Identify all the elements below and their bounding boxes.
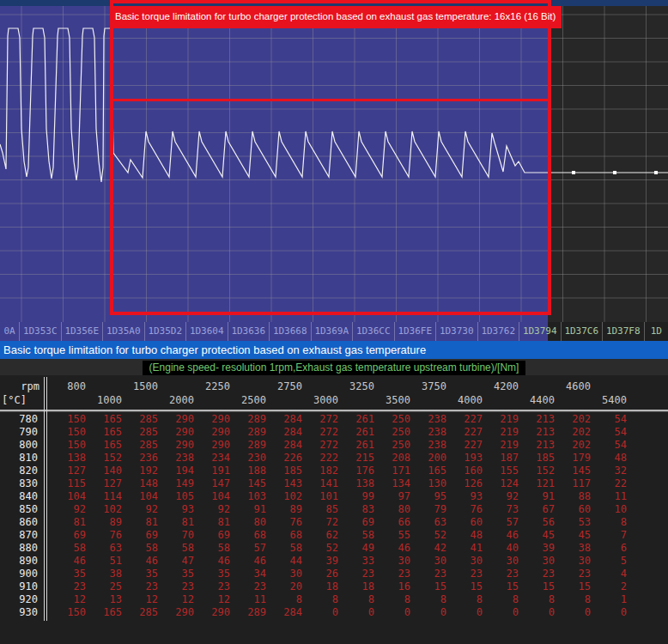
map-cell[interactable]: 54 — [596, 426, 632, 439]
map-cell[interactable]: 8 — [560, 593, 596, 606]
map-cell[interactable]: 70 — [163, 529, 199, 542]
map-cell[interactable]: 0 — [560, 606, 596, 619]
map-cell[interactable]: 69 — [343, 516, 380, 529]
map-cell[interactable]: 202 — [560, 413, 596, 426]
map-cell[interactable]: 145 — [235, 477, 271, 490]
map-cell[interactable]: 227 — [452, 413, 488, 426]
map-cell[interactable]: 182 — [307, 465, 343, 477]
map-cell[interactable]: 46 — [235, 555, 271, 568]
map-cell[interactable]: 192 — [127, 465, 163, 477]
map-cell[interactable]: 51 — [91, 555, 127, 568]
map-cell[interactable]: 188 — [235, 465, 271, 477]
map-cell[interactable]: 152 — [524, 465, 560, 477]
map-cell[interactable]: 40 — [488, 542, 524, 555]
map-cell[interactable]: 149 — [163, 477, 199, 490]
map-cell[interactable]: 45 — [524, 529, 560, 542]
map-cell[interactable]: 272 — [307, 426, 343, 439]
map-cell[interactable]: 284 — [271, 413, 307, 426]
map-cell[interactable]: 38 — [91, 568, 127, 580]
address-cell[interactable]: 1D3604 — [185, 322, 228, 341]
address-cell[interactable]: 1D369A — [311, 322, 353, 341]
map-cell[interactable]: 285 — [127, 606, 163, 619]
map-cell[interactable]: 290 — [163, 439, 199, 452]
map-cell[interactable]: 95 — [416, 490, 452, 503]
waveform-chart[interactable]: Basic torque limitation for turbo charge… — [0, 0, 668, 322]
map-cell[interactable]: 0 — [416, 606, 452, 619]
map-cell[interactable]: 250 — [380, 426, 416, 439]
map-cell[interactable]: 38 — [560, 542, 596, 555]
map-cell[interactable]: 12 — [163, 593, 199, 606]
map-cell[interactable]: 26 — [307, 568, 343, 580]
address-cell[interactable]: 1D3794 — [519, 322, 561, 341]
map-cell[interactable]: 12 — [43, 593, 91, 606]
map-cell[interactable]: 15 — [560, 580, 596, 593]
map-cell[interactable]: 35 — [199, 568, 235, 580]
map-cell[interactable]: 58 — [271, 542, 307, 555]
map-cell[interactable]: 23 — [488, 568, 524, 580]
map-cell[interactable]: 290 — [199, 426, 235, 439]
map-cell[interactable]: 76 — [271, 516, 307, 529]
map-cell[interactable]: 30 — [416, 555, 452, 568]
map-cell[interactable]: 290 — [163, 606, 199, 619]
map-cell[interactable]: 33 — [343, 555, 380, 568]
map-cell[interactable]: 68 — [271, 529, 307, 542]
map-cell[interactable]: 284 — [271, 426, 307, 439]
map-cell[interactable]: 213 — [524, 413, 560, 426]
map-cell[interactable]: 81 — [199, 516, 235, 529]
map-cell[interactable]: 23 — [163, 580, 199, 593]
map-cell[interactable]: 165 — [91, 426, 127, 439]
map-cell[interactable]: 53 — [560, 516, 596, 529]
map-cell[interactable]: 148 — [127, 477, 163, 490]
map-cell[interactable]: 23 — [127, 580, 163, 593]
map-cell[interactable]: 91 — [524, 490, 560, 503]
map-cell[interactable]: 202 — [560, 426, 596, 439]
map-cell[interactable]: 101 — [307, 490, 343, 503]
map-cell[interactable]: 83 — [343, 503, 380, 516]
map-cell[interactable]: 261 — [343, 426, 380, 439]
map-cell[interactable]: 272 — [307, 413, 343, 426]
map-cell[interactable]: 46 — [199, 555, 235, 568]
map-cell[interactable]: 46 — [127, 555, 163, 568]
map-cell[interactable]: 165 — [91, 439, 127, 452]
map-cell[interactable]: 160 — [452, 465, 488, 477]
map-cell[interactable]: 238 — [416, 426, 452, 439]
map-cell[interactable]: 127 — [43, 465, 91, 477]
map-cell[interactable]: 54 — [596, 413, 632, 426]
map-cell[interactable]: 60 — [452, 516, 488, 529]
map-cell[interactable]: 104 — [127, 490, 163, 503]
map-cell[interactable]: 85 — [307, 503, 343, 516]
map-cell[interactable]: 8 — [488, 593, 524, 606]
map-cell[interactable]: 34 — [235, 568, 271, 580]
map-cell[interactable]: 52 — [307, 542, 343, 555]
map-cell[interactable]: 213 — [524, 426, 560, 439]
address-cell[interactable]: 1D36CC — [352, 322, 394, 341]
map-cell[interactable]: 93 — [452, 490, 488, 503]
map-cell[interactable]: 16 — [380, 580, 416, 593]
map-cell[interactable]: 138 — [43, 452, 91, 465]
address-cell[interactable]: 1D37F8 — [602, 322, 644, 341]
map-cell[interactable]: 236 — [127, 452, 163, 465]
map-cell[interactable]: 93 — [163, 503, 199, 516]
map-cell[interactable]: 46 — [380, 542, 416, 555]
map-cell[interactable]: 76 — [91, 529, 127, 542]
map-cell[interactable]: 200 — [416, 452, 452, 465]
map-cell[interactable]: 55 — [380, 529, 416, 542]
map-cell[interactable]: 91 — [235, 503, 271, 516]
map-cell[interactable]: 102 — [91, 503, 127, 516]
map-cell[interactable]: 76 — [452, 503, 488, 516]
map-cell[interactable]: 150 — [43, 606, 91, 619]
map-cell[interactable]: 141 — [307, 477, 343, 490]
map-cell[interactable]: 289 — [235, 439, 271, 452]
map-cell[interactable]: 32 — [596, 465, 632, 477]
map-cell[interactable]: 88 — [560, 490, 596, 503]
map-cell[interactable]: 124 — [488, 477, 524, 490]
map-cell[interactable]: 238 — [416, 413, 452, 426]
map-cell[interactable]: 130 — [416, 477, 452, 490]
map-cell[interactable]: 69 — [199, 529, 235, 542]
map-cell[interactable]: 165 — [91, 606, 127, 619]
map-cell[interactable]: 147 — [199, 477, 235, 490]
map-cell[interactable]: 30 — [452, 555, 488, 568]
address-cell[interactable]: 0A — [0, 322, 19, 341]
map-cell[interactable]: 63 — [91, 542, 127, 555]
selection-rectangle[interactable] — [110, 0, 551, 315]
